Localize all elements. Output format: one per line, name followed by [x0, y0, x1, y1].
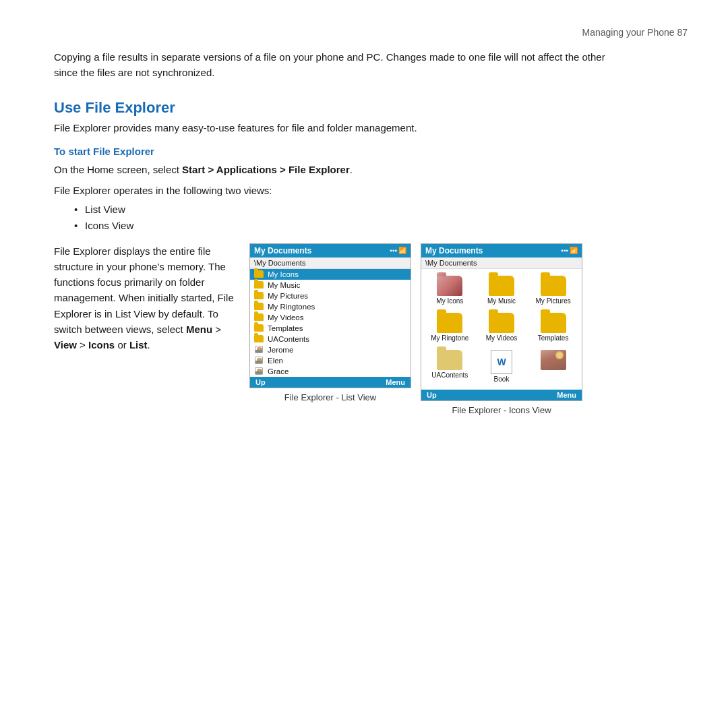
- bullet-list: List View Icons View: [74, 202, 688, 234]
- photo-icon: [541, 350, 566, 370]
- list-item[interactable]: Templates: [250, 323, 411, 334]
- list-view-screen: My Documents ▪▪▪ 📶 \My Documents My Icon…: [249, 243, 411, 388]
- list-item-label: My Music: [268, 281, 301, 289]
- folder-icon: [489, 276, 514, 296]
- folder-icon: [254, 292, 264, 299]
- list-view-footer: Up Menu: [250, 377, 411, 388]
- icon-cell[interactable]: UAContents: [425, 347, 475, 386]
- icons-view-footer: Up Menu: [421, 390, 582, 400]
- word-doc-icon: [491, 350, 512, 374]
- icons-view-title: My Documents: [425, 246, 483, 255]
- battery-icon: ▪▪▪: [390, 247, 397, 254]
- list-item-label: My Pictures: [268, 292, 308, 300]
- body-text: File Explorer displays the entire file s…: [54, 243, 249, 415]
- list-item[interactable]: My Ringtones: [250, 301, 411, 312]
- footer-up[interactable]: Up: [427, 391, 437, 399]
- page: Managing your Phone 87 Copying a file re…: [0, 0, 728, 442]
- contact-icon: [254, 357, 264, 364]
- battery-icon: ▪▪▪: [561, 247, 568, 254]
- footer-up[interactable]: Up: [255, 378, 266, 386]
- icons-view-header: My Documents ▪▪▪ 📶: [421, 244, 582, 257]
- icon-cell[interactable]: Templates: [528, 310, 578, 344]
- list-item-label: Elen: [268, 357, 283, 365]
- icon-cell[interactable]: My Icons: [425, 273, 475, 307]
- icon-label: Templates: [538, 334, 569, 342]
- screenshots-area: My Documents ▪▪▪ 📶 \My Documents My Icon…: [249, 243, 688, 415]
- icon-label: My Ringtone: [431, 334, 468, 342]
- intro-paragraph: Copying a file results in separate versi…: [54, 50, 607, 80]
- subsection-title: To start File Explorer: [54, 146, 688, 157]
- folder-icon: [254, 303, 264, 310]
- icon-label: My Music: [487, 297, 516, 305]
- header-icons: ▪▪▪ 📶: [390, 247, 406, 254]
- icons-view-screen: My Documents ▪▪▪ 📶 \My Documents My Icon…: [421, 243, 582, 401]
- icon-label: My Pictures: [536, 297, 571, 305]
- folder-icon: [254, 281, 264, 289]
- folder-icon: [541, 313, 566, 333]
- folder-icon: [541, 276, 566, 296]
- list-item-label: My Icons: [268, 270, 299, 278]
- folder-icon: [254, 270, 264, 278]
- footer-menu[interactable]: Menu: [386, 378, 405, 386]
- icons-view-caption: File Explorer - Icons View: [452, 405, 551, 415]
- icon-cell[interactable]: My Ringtone: [425, 310, 475, 344]
- folder-icon: [437, 313, 462, 333]
- contact-icon: [254, 346, 264, 353]
- list-item[interactable]: Grace: [250, 366, 411, 377]
- icon-cell[interactable]: My Pictures: [528, 273, 578, 307]
- page-header: Managing your Phone 87: [54, 27, 688, 38]
- icons-view-block: My Documents ▪▪▪ 📶 \My Documents My Icon…: [421, 243, 582, 415]
- list-item[interactable]: My Icons: [250, 269, 411, 280]
- header-text: Managing your Phone 87: [582, 27, 688, 38]
- icons-view-grid: My Icons My Music My Pictures: [421, 269, 582, 390]
- list-view-header: My Documents ▪▪▪ 📶: [250, 244, 411, 257]
- folder-icon: [254, 324, 264, 332]
- icon-cell[interactable]: My Videos: [477, 310, 526, 344]
- icon-cell[interactable]: [528, 347, 578, 386]
- folder-icon-special: [437, 276, 462, 296]
- list-item[interactable]: Elen: [250, 355, 411, 366]
- list-view-path: \My Documents: [250, 257, 411, 269]
- icon-label: My Icons: [436, 297, 463, 305]
- folder-icon: [489, 313, 514, 333]
- intro-text: Copying a file results in separate versi…: [54, 51, 605, 78]
- list-item[interactable]: My Videos: [250, 312, 411, 323]
- icon-cell[interactable]: My Music: [477, 273, 526, 307]
- list-item[interactable]: UAContents: [250, 334, 411, 344]
- list-view-block: My Documents ▪▪▪ 📶 \My Documents My Icon…: [249, 243, 411, 402]
- footer-menu[interactable]: Menu: [557, 391, 576, 399]
- bullet-item-list: List View: [74, 202, 688, 218]
- list-item[interactable]: My Music: [250, 280, 411, 291]
- bullet-item-icons: Icons View: [74, 218, 688, 234]
- section-title: Use File Explorer: [54, 99, 688, 117]
- list-item-label: UAContents: [268, 335, 309, 343]
- content-area: File Explorer displays the entire file s…: [54, 243, 688, 415]
- folder-icon-ua: [437, 350, 462, 370]
- list-item[interactable]: Jerome: [250, 344, 411, 355]
- icon-label: Book: [494, 375, 510, 383]
- list-view-caption: File Explorer - List View: [284, 392, 376, 402]
- icons-view-path: \My Documents: [421, 257, 582, 269]
- list-item-label: My Ringtones: [268, 303, 315, 311]
- signal-icon: 📶: [398, 247, 406, 254]
- list-item-label: Templates: [268, 324, 303, 332]
- folder-icon: [254, 313, 264, 321]
- views-intro: File Explorer operates in the following …: [54, 185, 688, 196]
- icon-label: My Videos: [486, 334, 518, 342]
- icon-cell[interactable]: Book: [477, 347, 526, 386]
- list-view-title: My Documents: [254, 246, 311, 255]
- contact-icon: [254, 367, 264, 375]
- list-item-label: My Videos: [268, 313, 303, 322]
- icon-label: UAContents: [431, 371, 468, 379]
- signal-icon: 📶: [570, 247, 578, 254]
- header-icons: ▪▪▪ 📶: [561, 247, 578, 254]
- list-item[interactable]: My Pictures: [250, 291, 411, 301]
- instruction-line: On the Home screen, select Start > Appli…: [54, 162, 688, 178]
- list-item-label: Jerome: [268, 346, 293, 354]
- section-desc: File Explorer provides many easy-to-use …: [54, 122, 688, 133]
- folder-icon: [254, 335, 264, 342]
- list-view-items: My Icons My Music My Pictures My Ri: [250, 269, 411, 377]
- list-item-label: Grace: [268, 367, 289, 375]
